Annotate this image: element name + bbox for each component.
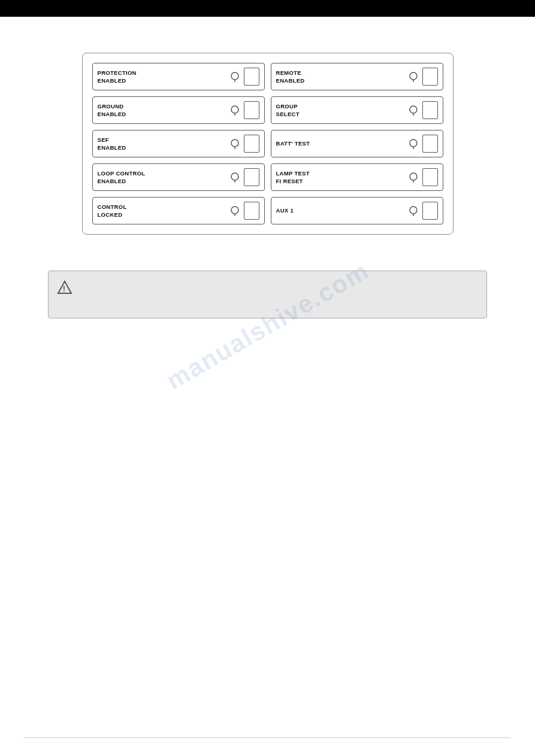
- panel-item-loop-control-enabled: LOOP CONTROLENABLED: [92, 163, 265, 191]
- square-button-protection-enabled[interactable]: [244, 68, 259, 86]
- panel-item-remote-enabled: REMOTEENABLED: [271, 63, 443, 90]
- led-protection-enabled: [229, 71, 240, 82]
- square-button-aux-1[interactable]: [422, 202, 438, 220]
- svg-point-10: [410, 139, 417, 147]
- square-button-lamp-test-fi-reset[interactable]: [422, 168, 438, 186]
- panel-item-lamp-test-fi-reset: LAMP TESTFI RESET: [271, 163, 443, 191]
- panel-item-label-ground-enabled: GROUNDENABLED: [98, 102, 226, 119]
- panel-item-protection-enabled: PROTECTIONENABLED: [92, 63, 265, 90]
- panel-item-label-control-locked: CONTROLLOCKED: [98, 203, 226, 219]
- panel-item-ground-enabled: GROUNDENABLED: [92, 96, 265, 124]
- main-content: PROTECTIONENABLED REMOTEENABLED GROUNDEN…: [0, 17, 535, 342]
- panel-item-aux-1: AUX 1: [271, 197, 443, 224]
- panel-item-batt-test: BATT' TEST: [271, 130, 443, 157]
- svg-point-4: [231, 106, 238, 113]
- panel-container: PROTECTIONENABLED REMOTEENABLED GROUNDEN…: [82, 53, 454, 235]
- panel-item-label-batt-test: BATT' TEST: [276, 139, 404, 147]
- square-button-sef-enabled[interactable]: [244, 135, 259, 153]
- led-batt-test: [408, 138, 419, 149]
- svg-point-6: [410, 106, 417, 113]
- bottom-line: [24, 737, 511, 738]
- square-button-remote-enabled[interactable]: [422, 68, 438, 86]
- panel-item-label-group-select: GROUPSELECT: [276, 102, 404, 119]
- svg-text:!: !: [63, 284, 65, 293]
- top-bar: [0, 0, 535, 17]
- panel-item-control-locked: CONTROLLOCKED: [92, 197, 265, 224]
- led-remote-enabled: [408, 71, 419, 82]
- svg-point-18: [410, 207, 417, 214]
- panel-item-label-aux-1: AUX 1: [276, 207, 404, 214]
- panel-item-sef-enabled: SEFENABLED: [92, 130, 265, 157]
- square-button-control-locked[interactable]: [244, 202, 259, 220]
- led-loop-control-enabled: [229, 172, 240, 183]
- square-button-group-select[interactable]: [422, 101, 438, 119]
- led-group-select: [408, 105, 419, 116]
- warning-icon: !: [57, 280, 72, 295]
- svg-point-8: [231, 139, 238, 147]
- square-button-ground-enabled[interactable]: [244, 101, 259, 119]
- led-aux-1: [408, 205, 419, 216]
- panel-grid: PROTECTIONENABLED REMOTEENABLED GROUNDEN…: [92, 63, 443, 224]
- square-button-batt-test[interactable]: [422, 135, 438, 153]
- panel-item-label-lamp-test-fi-reset: LAMP TESTFI RESET: [276, 169, 404, 186]
- panel-item-label-loop-control-enabled: LOOP CONTROLENABLED: [98, 169, 226, 186]
- panel-item-group-select: GROUPSELECT: [271, 96, 443, 124]
- svg-point-14: [410, 173, 417, 180]
- led-control-locked: [229, 205, 240, 216]
- panel-item-label-sef-enabled: SEFENABLED: [98, 136, 226, 152]
- square-button-loop-control-enabled[interactable]: [244, 168, 259, 186]
- led-lamp-test-fi-reset: [408, 172, 419, 183]
- svg-point-2: [410, 72, 417, 80]
- svg-point-0: [231, 72, 238, 80]
- panel-item-label-protection-enabled: PROTECTIONENABLED: [98, 69, 226, 85]
- led-ground-enabled: [229, 105, 240, 116]
- led-sef-enabled: [229, 138, 240, 149]
- svg-point-16: [231, 207, 238, 214]
- panel-item-label-remote-enabled: REMOTEENABLED: [276, 69, 404, 85]
- svg-point-12: [231, 173, 238, 180]
- warning-box: !: [48, 271, 487, 318]
